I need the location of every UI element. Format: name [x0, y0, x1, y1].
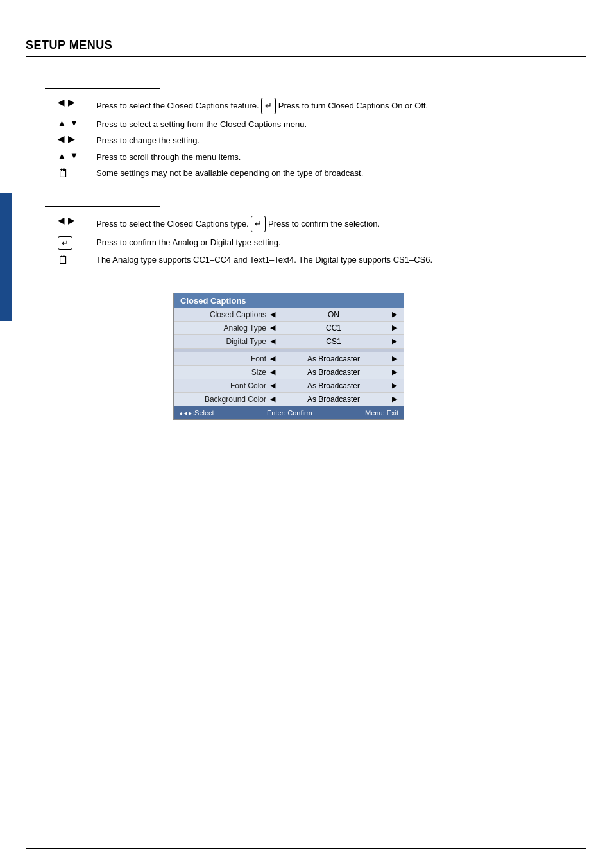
instr-text-3: Press to change the setting.: [96, 134, 586, 147]
lr-arrows-1: [58, 98, 96, 107]
menu-arrow-left-size: ◀: [270, 368, 275, 376]
instr-text-2: Press to select a setting from the Close…: [96, 118, 586, 131]
enter-icon-2: [251, 216, 266, 232]
note-icon-1: 🗒: [58, 167, 96, 180]
ud-arrows-2: [58, 151, 96, 161]
instr-text-4: Press to scroll through the menu items.: [96, 151, 586, 164]
down-arrow-icon-1: [70, 118, 78, 128]
instr-row-4: Press to scroll through the menu items.: [58, 151, 586, 164]
menu-box: Closed Captions Closed Captions ◀ ON ▶ A…: [173, 293, 404, 420]
left-arrow-icon-3: [58, 216, 64, 225]
note-row-1: 🗒 Some settings may not be available dep…: [58, 167, 586, 180]
header-divider: [26, 56, 586, 57]
main-content: Press to select the Closed Captions feat…: [45, 76, 586, 420]
blue-side-tab: [0, 193, 12, 321]
menu-label-font-color: Font Color: [179, 381, 269, 390]
section2-divider: [45, 206, 160, 207]
menu-arrow-left-font: ◀: [270, 354, 275, 363]
menu-arrow-left-font-color: ◀: [270, 381, 275, 390]
up-arrow-icon-1: [58, 118, 66, 128]
instr-row-1: Press to select the Closed Captions feat…: [58, 98, 586, 114]
menu-label-font: Font: [179, 354, 269, 363]
right-arrow-icon-3: [68, 216, 74, 225]
ud-arrows-1: [58, 118, 96, 128]
menu-footer: ⬧◀▶:Select Enter: Confirm Menu: Exit: [174, 406, 404, 419]
menu-diagram: Closed Captions Closed Captions ◀ ON ▶ A…: [173, 293, 404, 420]
menu-footer-exit: Menu: Exit: [365, 409, 398, 417]
lr-arrows-2: [58, 134, 96, 144]
menu-arrow-right-font-color: ▶: [392, 381, 397, 390]
menu-label-size: Size: [179, 368, 269, 377]
menu-label-digital: Digital Type: [179, 337, 269, 346]
menu-arrow-right-font: ▶: [392, 354, 397, 363]
menu-arrow-left-analog: ◀: [270, 324, 275, 332]
instr-row-2: Press to select a setting from the Close…: [58, 118, 586, 131]
instr-row-6: Press to confirm the Analog or Digital t…: [58, 236, 586, 250]
menu-arrow-right-cc: ▶: [392, 310, 397, 318]
menu-arrow-left-bg-color: ◀: [270, 395, 275, 403]
menu-label-bg-color: Background Color: [179, 395, 269, 404]
menu-arrow-right-analog: ▶: [392, 324, 397, 332]
note-icon-2: 🗒: [58, 254, 96, 267]
menu-value-digital: CS1: [276, 337, 391, 346]
note-text-1: Some settings may not be available depen…: [96, 167, 586, 180]
up-arrow-icon-2: [58, 151, 66, 161]
menu-value-analog: CC1: [276, 324, 391, 333]
menu-value-size: As Broadcaster: [276, 368, 391, 377]
menu-row-font-color: Font Color ◀ As Broadcaster ▶: [174, 379, 404, 393]
right-arrow-icon-2: [68, 134, 74, 144]
left-arrow-icon: [58, 98, 64, 107]
page-title: SETUP MENUS: [26, 39, 586, 52]
menu-header: Closed Captions: [174, 293, 404, 308]
instr-row-5: Press to select the Closed Captions type…: [58, 216, 586, 232]
note-row-2: 🗒 The Analog type supports CC1–CC4 and T…: [58, 254, 586, 267]
menu-label-cc: Closed Captions: [179, 310, 269, 319]
left-arrow-icon-2: [58, 134, 64, 144]
down-arrow-icon-2: [70, 151, 78, 161]
section1: Press to select the Closed Captions feat…: [45, 88, 586, 180]
menu-value-cc: ON: [276, 310, 391, 319]
menu-row-size: Size ◀ As Broadcaster ▶: [174, 366, 404, 379]
menu-arrow-right-bg-color: ▶: [392, 395, 397, 403]
menu-label-analog: Analog Type: [179, 324, 269, 333]
menu-row-digital: Digital Type ◀ CS1 ▶: [174, 335, 404, 349]
menu-value-font-color: As Broadcaster: [276, 381, 391, 390]
enter-icon-1: [261, 98, 276, 114]
lr-arrows-3: [58, 216, 96, 225]
enter-icon-3: [58, 236, 72, 250]
bottom-divider: [26, 848, 586, 849]
instr-row-3: Press to change the setting.: [58, 134, 586, 147]
menu-row-analog: Analog Type ◀ CC1 ▶: [174, 322, 404, 335]
menu-footer-select: ⬧◀▶:Select: [179, 409, 214, 417]
instr-text-1: Press to select the Closed Captions feat…: [96, 98, 586, 114]
menu-footer-confirm: Enter: Confirm: [267, 409, 312, 417]
menu-arrow-left-digital: ◀: [270, 337, 275, 345]
menu-row-font: Font ◀ As Broadcaster ▶: [174, 352, 404, 366]
enter-icon-3-wrap: [58, 236, 96, 250]
instr-text-5: Press to select the Closed Captions type…: [96, 216, 586, 232]
section2: Press to select the Closed Captions type…: [45, 206, 586, 267]
menu-value-bg-color: As Broadcaster: [276, 395, 391, 404]
right-arrow-icon: [68, 98, 74, 107]
menu-row-bg-color: Background Color ◀ As Broadcaster ▶: [174, 393, 404, 406]
menu-arrow-left-cc: ◀: [270, 310, 275, 318]
instr-text-6: Press to confirm the Analog or Digital t…: [96, 236, 586, 249]
menu-arrow-right-digital: ▶: [392, 337, 397, 345]
menu-arrow-right-size: ▶: [392, 368, 397, 376]
note-text-2: The Analog type supports CC1–CC4 and Tex…: [96, 254, 586, 266]
menu-row-cc: Closed Captions ◀ ON ▶: [174, 308, 404, 322]
page-container: SETUP MENUS Press to select the Closed C…: [0, 0, 612, 868]
section1-divider: [45, 88, 160, 89]
menu-value-font: As Broadcaster: [276, 354, 391, 363]
